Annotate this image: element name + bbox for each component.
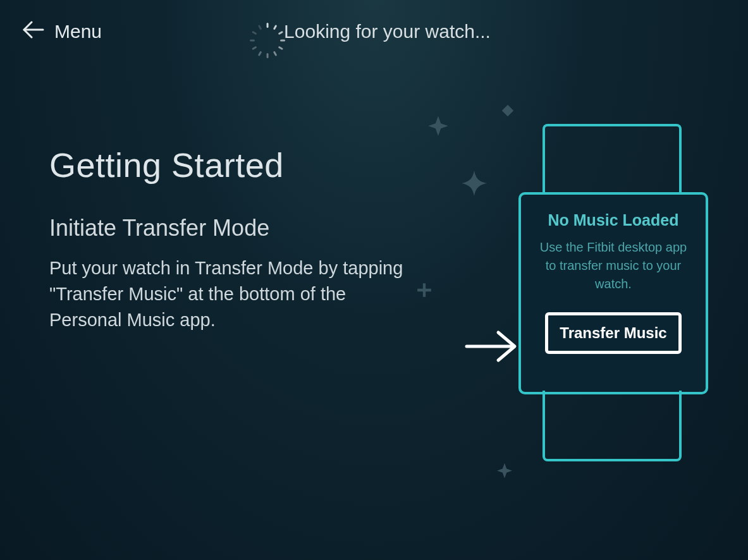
star-icon [425,114,451,140]
star-icon [494,461,515,482]
header-bar: Menu Looking for your watch... [0,0,748,63]
status-text: Looking for your watch... [284,21,491,42]
plus-icon [416,282,432,298]
status-indicator: Looking for your watch... [257,21,491,42]
main-content: Getting Started Initiate Transfer Mode P… [49,145,403,334]
diamond-icon [496,99,520,123]
watch-band-top [543,124,682,195]
watch-screen-title: No Music Loaded [548,211,679,229]
page-title: Getting Started [49,145,403,185]
transfer-music-button: Transfer Music [545,312,681,354]
watch-screen-description: Use the Fitbit desktop app to transfer m… [535,238,692,293]
menu-button[interactable]: Menu [23,21,102,43]
back-arrow-icon [23,21,44,43]
watch-band-bottom [543,391,682,461]
spinner-icon [257,23,275,40]
pointer-arrow-icon [464,327,518,365]
watch-face: No Music Loaded Use the Fitbit desktop a… [518,192,708,394]
watch-illustration: No Music Loaded Use the Fitbit desktop a… [518,107,733,499]
menu-label: Menu [54,21,102,42]
sparkle-icon [455,171,493,209]
page-subtitle: Initiate Transfer Mode [49,215,403,241]
page-body: Put your watch in Transfer Mode by tappi… [49,255,403,334]
svg-rect-1 [502,105,513,116]
